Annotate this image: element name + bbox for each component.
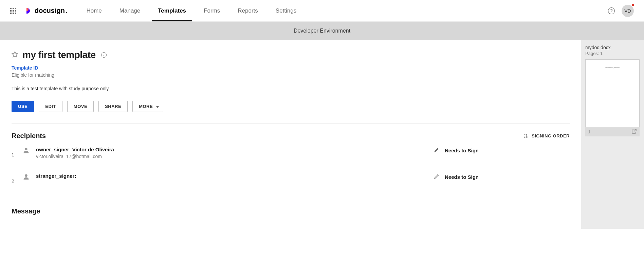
template-id-link[interactable]: Template ID [12,65,38,71]
recipient-info: stranger_signer: [36,173,434,180]
nav-home[interactable]: Home [84,1,104,21]
environment-banner: Developer Environment [0,22,644,40]
recipient-email: victor.oliveira_17@hotmail.com [36,154,434,159]
apps-grid-icon[interactable] [10,8,16,14]
notification-dot-icon [632,4,634,6]
eligible-text: Eligible for matching [12,72,570,78]
nav-templates[interactable]: Templates [156,1,188,21]
person-icon [22,147,30,155]
nav-manage[interactable]: Manage [117,1,142,21]
main-nav: Home Manage Templates Forms Reports Sett… [84,1,298,21]
svg-point-2 [25,174,27,177]
recipient-name: stranger_signer: [36,173,434,179]
document-filename: mydoc.docx [585,45,640,50]
nav-forms[interactable]: Forms [202,1,222,21]
recipient-index: 2 [12,173,19,184]
more-button[interactable]: MORE [132,101,163,112]
recipient-action-text: Needs to Sign [445,148,479,153]
move-button[interactable]: MOVE [67,101,94,112]
avatar-container: VD [622,5,634,17]
header-actions: ? VD [608,5,634,17]
nav-reports[interactable]: Reports [236,1,260,21]
help-icon[interactable]: ? [608,7,615,14]
pencil-icon [434,173,440,181]
page-title: my first template [22,50,96,60]
more-button-label: MORE [139,104,153,109]
favorite-star-icon[interactable] [12,51,18,59]
thumbnail-page-number: 1 [588,129,590,134]
document-thumbnail[interactable]: Document preview [585,59,640,127]
recipient-action-text: Needs to Sign [445,174,479,180]
info-icon[interactable]: i [101,52,107,58]
action-buttons: USE EDIT MOVE SHARE MORE [12,101,570,112]
recipients-header: Recipients SIGNING ORDER [12,132,570,140]
main-content: my first template i Template ID Eligible… [0,40,581,229]
thumb-placeholder-text: Document preview [590,66,635,70]
top-header: docusign. Home Manage Templates Forms Re… [0,0,644,22]
logo-mark-icon [26,8,32,14]
brand-text: docusign [35,7,65,15]
edit-button[interactable]: EDIT [39,101,62,112]
svg-point-1 [25,148,27,150]
message-section-title: Message [12,207,570,215]
document-pages-label: Pages: 1 [585,51,640,56]
recipient-info: owner_signer: Victor de Oliveira victor.… [36,147,434,159]
use-button[interactable]: USE [12,101,34,112]
svg-marker-0 [12,51,18,57]
document-side-panel: mydoc.docx Pages: 1 Document preview 1 [581,40,644,229]
recipient-index: 1 [12,147,19,157]
open-external-icon[interactable] [631,129,637,135]
person-icon [22,173,30,182]
template-title-row: my first template i [12,50,570,60]
signing-order-label: SIGNING ORDER [532,133,570,138]
nav-settings[interactable]: Settings [274,1,298,21]
recipients-title: Recipients [12,132,46,140]
recipient-row: 1 owner_signer: Victor de Oliveira victo… [12,140,570,166]
share-button[interactable]: SHARE [98,101,128,112]
recipient-action: Needs to Sign [434,147,570,154]
user-avatar[interactable]: VD [622,5,634,17]
pencil-icon [434,147,440,154]
recipient-action: Needs to Sign [434,173,570,181]
recipient-name: owner_signer: Victor de Oliveira [36,147,434,152]
signing-order-icon [523,133,529,139]
chevron-down-icon [156,106,159,108]
brand-logo[interactable]: docusign. [26,7,67,15]
thumbnail-footer: 1 [585,127,640,136]
template-description: This is a test template with study purpo… [12,86,570,91]
signing-order-button[interactable]: SIGNING ORDER [523,133,570,139]
section-divider [12,124,570,124]
main-content-row: my first template i Template ID Eligible… [0,40,644,229]
recipient-row: 2 stranger_signer: Needs to Sign [12,166,570,191]
